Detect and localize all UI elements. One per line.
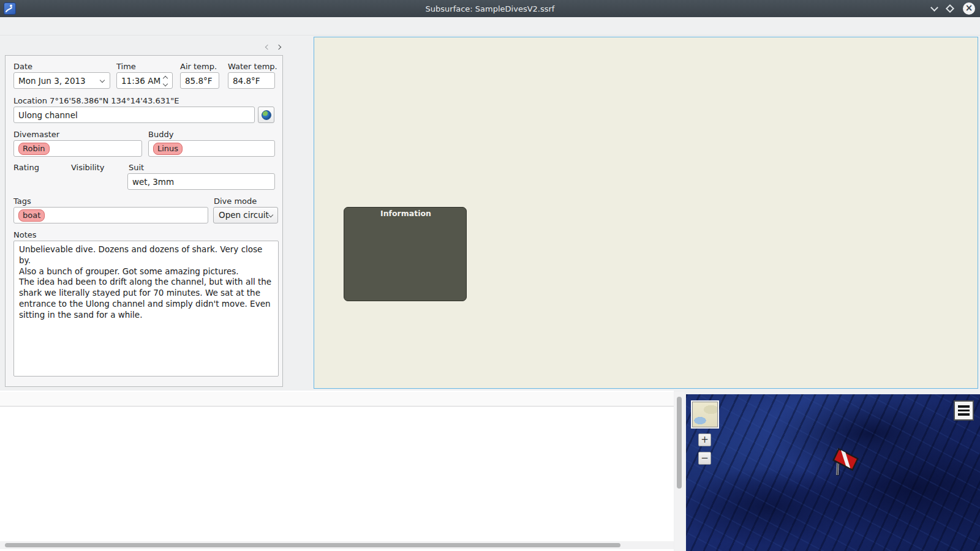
dive-list-rows [0,407,674,541]
water-temp-input[interactable] [228,72,275,89]
dive-list [0,391,674,551]
close-icon[interactable]: × [963,2,975,15]
divemaster-tag[interactable]: Robin [18,143,50,155]
tags-label: Tags [13,197,31,206]
map-menu-button[interactable] [954,400,974,421]
dive-site-flag-marker[interactable] [826,444,864,485]
globe-button[interactable] [258,107,274,123]
map-zoom-in-button[interactable]: + [698,433,711,446]
application-window: Subsurface: SampleDivesV2.ssrf × Date Ti… [0,0,980,551]
dive-list-hscrollbar[interactable] [0,541,674,549]
time-spinner[interactable] [161,77,170,86]
minimize-icon[interactable] [930,4,938,12]
notes-label: Notes [13,230,37,239]
date-label: Date [13,62,32,71]
tags-input[interactable]: boat [13,207,208,223]
tag-chip[interactable]: boat [18,209,45,222]
tooltip-title: Information [349,209,462,219]
maximize-icon[interactable] [946,4,954,13]
buddy-input[interactable]: Linus [148,140,275,157]
tab-scroll-right-icon[interactable] [273,40,284,54]
air-temp-input[interactable] [180,72,219,89]
profile-toolbar [289,37,315,389]
minimap-inset[interactable] [692,402,718,427]
dive-mode-select[interactable]: Open circuit [213,207,278,223]
suit-label: Suit [129,163,144,172]
dive-list-header[interactable] [0,392,674,407]
app-logo-icon [4,2,16,15]
time-label: Time [116,62,136,71]
notes-textarea[interactable]: Unbelievable dive. Dozens and dozens of … [13,241,279,377]
location-label: Location 7°16'58.386"N 134°14'43.631"E [13,96,179,105]
dive-list-vscrollbar[interactable] [674,392,685,551]
visibility-label: Visibility [71,163,104,172]
divemaster-input[interactable]: Robin [13,140,142,157]
location-input[interactable] [13,107,255,123]
globe-icon [262,110,271,120]
window-title: Subsurface: SampleDivesV2.ssrf [0,4,980,13]
map-zoom-out-button[interactable]: − [698,452,711,465]
buddy-tag[interactable]: Linus [153,143,183,155]
rating-label: Rating [13,163,39,172]
tab-scroll-left-icon[interactable] [262,40,273,54]
suit-input[interactable] [127,173,275,190]
titlebar: Subsurface: SampleDivesV2.ssrf × [0,0,980,17]
buddy-label: Buddy [148,130,173,139]
profile-info-tooltip[interactable]: Information [344,207,467,301]
divemaster-label: Divemaster [13,130,59,139]
air-temp-label: Air temp. [180,62,217,71]
water-temp-label: Water temp. [228,62,277,71]
dive-mode-label: Dive mode [214,197,257,206]
menubar [0,17,980,36]
date-input[interactable] [13,72,110,89]
map-panel[interactable]: + − [686,394,980,551]
